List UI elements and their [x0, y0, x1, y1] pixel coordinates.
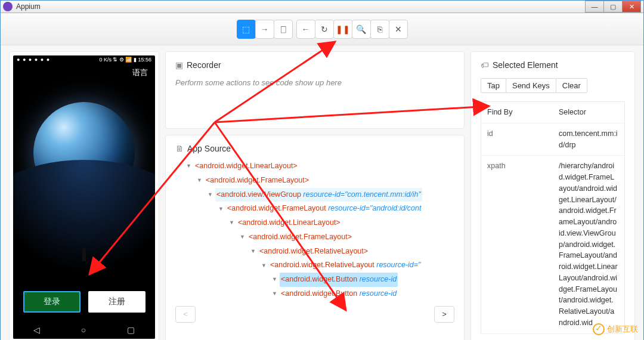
select-icon: ⬚: [242, 24, 250, 34]
selected-element-panel: 🏷Selected Element Tap Send Keys Clear Fi…: [470, 51, 635, 340]
device-navbar: ◁ ○ ▢: [13, 321, 155, 339]
tree-node[interactable]: ▼<android.widget.LinearLayout>: [175, 159, 454, 174]
register-button[interactable]: 注册: [88, 291, 145, 313]
selector-header: Selector: [553, 102, 625, 123]
refresh-icon: ↻: [321, 24, 328, 34]
element-action-buttons: Tap Send Keys Clear: [481, 78, 625, 93]
status-right: 0 K/s ⇅ ⚙ 📶 ▮ 15:56: [99, 57, 151, 63]
device-preview-panel: ● ● ● ● ● ● 0 K/s ⇅ ⚙ 📶 ▮ 15:56 语言 登录 注册: [9, 51, 159, 340]
tree-node[interactable]: ▼<android.widget.FrameLayout>: [175, 230, 454, 245]
device-preview-column: ● ● ● ● ● ● 0 K/s ⇅ ⚙ 📶 ▮ 15:56 语言 登录 注册: [9, 51, 159, 340]
record-icon: ▣: [175, 60, 183, 70]
language-label: 语言: [13, 64, 155, 78]
document-icon: 🗎: [175, 144, 184, 153]
tree-pager: < >: [175, 306, 454, 323]
select-element-button[interactable]: ⬚: [237, 20, 256, 39]
arrow-right-icon: →: [261, 24, 269, 34]
minimize-button[interactable]: —: [585, 1, 604, 13]
device-button-row: 登录 注册: [13, 291, 155, 313]
findby-value: /hierarchy/android.widget.FrameLayout/an…: [553, 156, 625, 333]
search-icon: 🔍: [356, 24, 366, 34]
tree-node[interactable]: ▼<android.view.ViewGroup resource-id="co…: [175, 188, 454, 202]
person-silhouette: [82, 251, 86, 261]
copy-icon: ⎘: [377, 24, 382, 34]
tree-prev-button[interactable]: <: [175, 306, 196, 323]
tree-node[interactable]: ▼<android.widget.FrameLayout resource-id…: [175, 202, 454, 216]
tap-icon: ⎕: [281, 24, 286, 34]
device-statusbar: ● ● ● ● ● ● 0 K/s ⇅ ⚙ 📶 ▮ 15:56: [13, 55, 155, 64]
tree-node[interactable]: ▼<android.widget.Button resource-id: [175, 287, 454, 301]
nav-home-icon: ○: [81, 325, 86, 335]
tree-node[interactable]: ▼<android.widget.Button resource-id: [175, 273, 454, 287]
status-left: ● ● ● ● ● ●: [17, 57, 50, 63]
quit-session-button[interactable]: ✕: [389, 20, 408, 39]
findby-key: id: [481, 123, 553, 156]
login-button[interactable]: 登录: [23, 291, 80, 313]
close-icon: ✕: [395, 24, 402, 34]
selected-element-title: 🏷Selected Element: [481, 60, 625, 70]
recorder-hint: Perform some actions to see code show up…: [175, 70, 454, 87]
search-button[interactable]: 🔍: [352, 20, 371, 39]
tree-node[interactable]: ▼<android.widget.RelativeLayout>: [175, 245, 454, 259]
window-title: Appium: [16, 2, 586, 11]
titlebar: Appium — ▢ ✕: [1, 1, 643, 13]
clear-action-button[interactable]: Clear: [556, 78, 587, 93]
refresh-button[interactable]: ↻: [315, 20, 334, 39]
find-by-table: Find By Selector idcom.tencent.mm:id/drp…: [481, 101, 625, 334]
nav-recent-icon: ▢: [127, 325, 135, 335]
selected-element-column: 🏷Selected Element Tap Send Keys Clear Fi…: [470, 51, 635, 340]
table-row: idcom.tencent.mm:id/drp: [481, 123, 625, 156]
horizon-graphic: [13, 160, 155, 291]
findby-header: Find By: [481, 102, 553, 123]
center-column: ▣Recorder Perform some actions to see co…: [165, 51, 465, 340]
sendkeys-action-button[interactable]: Send Keys: [506, 78, 556, 93]
back-button[interactable]: ←: [296, 20, 315, 39]
app-source-panel: 🗎App Source ▼<android.widget.LinearLayou…: [165, 135, 465, 340]
record-pause-button[interactable]: ❚❚: [333, 20, 352, 39]
device-screenshot[interactable]: ● ● ● ● ● ● 0 K/s ⇅ ⚙ 📶 ▮ 15:56 语言 登录 注册: [13, 55, 155, 339]
pause-icon: ❚❚: [336, 24, 350, 34]
toolbar: ⬚ → ⎕ ← ↻ ❚❚ 🔍 ⎘ ✕: [1, 13, 643, 45]
table-row: xpath/hierarchy/android.widget.FrameLayo…: [481, 156, 625, 333]
tag-icon: 🏷: [481, 60, 489, 70]
tree-next-button[interactable]: >: [434, 306, 454, 323]
findby-key: xpath: [481, 156, 553, 333]
tree-node[interactable]: ▼<android.widget.RelativeLayout resource…: [175, 258, 454, 273]
findby-value: com.tencent.mm:id/drp: [553, 123, 625, 156]
maximize-button[interactable]: ▢: [603, 1, 623, 13]
window-buttons: — ▢ ✕: [586, 1, 641, 13]
main-layout: ● ● ● ● ● ● 0 K/s ⇅ ⚙ 📶 ▮ 15:56 语言 登录 注册: [1, 45, 643, 340]
tree-node[interactable]: ▼<android.widget.FrameLayout>: [175, 174, 454, 188]
app-window: Appium — ▢ ✕ ⬚ → ⎕ ← ↻ ❚❚ 🔍 ⎘ ✕: [0, 0, 644, 340]
close-window-button[interactable]: ✕: [622, 1, 641, 13]
source-tree[interactable]: ▼<android.widget.LinearLayout>▼<android.…: [175, 159, 454, 301]
tap-action-button[interactable]: Tap: [481, 78, 506, 93]
tree-node[interactable]: ▼<android.widget.LinearLayout>: [175, 216, 454, 230]
app-icon: [3, 2, 13, 11]
back-icon: ←: [302, 24, 310, 34]
content-area: ⬚ → ⎕ ← ↻ ❚❚ 🔍 ⎘ ✕ ● ● ● ● ● ●: [1, 13, 643, 340]
recorder-panel: ▣Recorder Perform some actions to see co…: [165, 51, 465, 129]
app-source-title: 🗎App Source: [175, 144, 454, 153]
tap-coords-button[interactable]: ⎕: [274, 20, 293, 39]
recorder-title: ▣Recorder: [175, 60, 454, 70]
swipe-button[interactable]: →: [255, 20, 274, 39]
copy-xml-button[interactable]: ⎘: [370, 20, 389, 39]
nav-back-icon: ◁: [33, 325, 40, 335]
